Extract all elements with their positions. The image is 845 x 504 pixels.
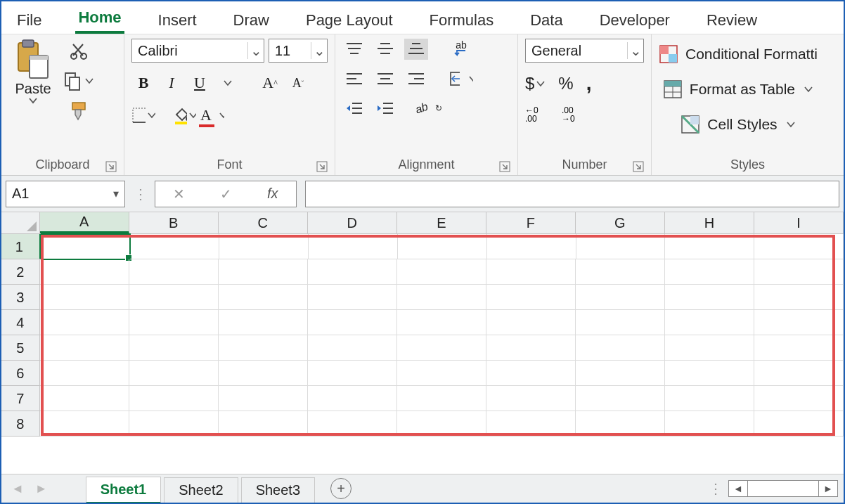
cell-B3[interactable] <box>129 285 219 310</box>
row-header-7[interactable]: 7 <box>1 386 40 411</box>
cell-B2[interactable] <box>129 259 219 285</box>
cell-H5[interactable] <box>665 335 754 361</box>
cell-B1[interactable] <box>130 234 219 259</box>
cell-E7[interactable] <box>397 386 486 411</box>
insert-function-button[interactable]: fx <box>249 186 296 202</box>
col-header-G[interactable]: G <box>576 212 665 233</box>
cell-F3[interactable] <box>486 285 576 310</box>
cell-A2[interactable] <box>40 259 129 285</box>
copy-button[interactable] <box>63 71 94 91</box>
cell-styles-button[interactable]: Cell Styles <box>659 109 818 140</box>
number-launcher[interactable] <box>633 161 644 172</box>
cell-H8[interactable] <box>665 411 754 437</box>
tab-formulas[interactable]: Formulas <box>427 6 497 34</box>
col-header-I[interactable]: I <box>754 212 844 233</box>
cell-B4[interactable] <box>129 310 219 335</box>
cell-D5[interactable] <box>308 335 397 361</box>
merge-center-button[interactable] <box>449 68 473 89</box>
wrap-text-button[interactable]: ab <box>449 39 473 60</box>
col-header-F[interactable]: F <box>486 212 576 233</box>
tab-home[interactable]: Home <box>75 3 124 34</box>
cell-A7[interactable] <box>40 386 129 411</box>
cell-I6[interactable] <box>754 361 844 386</box>
horizontal-scrollbar[interactable]: ⋮ ◄ ► <box>709 480 838 497</box>
increase-indent-button[interactable] <box>373 98 397 119</box>
cell-F8[interactable] <box>486 411 576 437</box>
align-left-button[interactable] <box>342 68 366 89</box>
row-header-4[interactable]: 4 <box>1 310 40 335</box>
comma-style-button[interactable]: , <box>586 72 592 95</box>
number-format-combo[interactable]: General ⌄ <box>525 39 644 63</box>
row-header-5[interactable]: 5 <box>1 335 40 361</box>
decrease-indent-button[interactable] <box>342 98 366 119</box>
enter-formula-button[interactable]: ✓ <box>202 186 250 202</box>
align-middle-button[interactable] <box>373 39 397 60</box>
scroll-left-button[interactable]: ◄ <box>728 480 748 497</box>
row-header-3[interactable]: 3 <box>1 285 40 310</box>
format-as-table-button[interactable]: Format as Table <box>659 74 818 105</box>
cell-H6[interactable] <box>665 361 754 386</box>
sheet-tab-2[interactable]: Sheet2 <box>164 477 238 503</box>
decrease-font-button[interactable]: Aˇ <box>286 71 310 95</box>
cell-C3[interactable] <box>219 285 308 310</box>
cell-D8[interactable] <box>308 411 397 437</box>
cancel-formula-button[interactable]: ✕ <box>155 186 202 202</box>
cell-F1[interactable] <box>487 234 576 259</box>
cell-H3[interactable] <box>665 285 754 310</box>
conditional-formatting-button[interactable]: Conditional Formatti <box>659 39 818 70</box>
clipboard-launcher[interactable] <box>105 161 117 172</box>
align-center-button[interactable] <box>373 68 397 89</box>
cell-D3[interactable] <box>308 285 397 310</box>
font-name-combo[interactable]: Calibri ⌄ <box>131 39 264 63</box>
tab-developer[interactable]: Developer <box>597 6 673 34</box>
borders-button[interactable] <box>131 103 155 127</box>
row-header-8[interactable]: 8 <box>1 411 40 437</box>
cell-D7[interactable] <box>308 386 397 411</box>
font-color-button[interactable]: A <box>200 103 224 127</box>
align-right-button[interactable] <box>404 68 428 89</box>
cell-I5[interactable] <box>754 335 844 361</box>
cell-C4[interactable] <box>219 310 308 335</box>
cell-A1[interactable] <box>41 234 131 259</box>
col-header-C[interactable]: C <box>219 212 308 233</box>
cell-G4[interactable] <box>576 310 665 335</box>
sheet-nav-next[interactable]: ► <box>31 482 52 496</box>
cell-F5[interactable] <box>486 335 576 361</box>
fill-color-button[interactable] <box>172 103 196 127</box>
cell-E1[interactable] <box>398 234 487 259</box>
cell-C1[interactable] <box>219 234 309 259</box>
row-header-6[interactable]: 6 <box>1 361 40 386</box>
row-header-2[interactable]: 2 <box>1 259 40 285</box>
cell-F6[interactable] <box>486 361 576 386</box>
cell-G5[interactable] <box>576 335 665 361</box>
cell-G1[interactable] <box>576 234 666 259</box>
cell-H1[interactable] <box>665 234 754 259</box>
col-header-D[interactable]: D <box>308 212 397 233</box>
cell-B5[interactable] <box>129 335 219 361</box>
cell-A6[interactable] <box>40 361 129 386</box>
cell-B8[interactable] <box>129 411 219 437</box>
cell-B7[interactable] <box>129 386 219 411</box>
align-bottom-button[interactable] <box>404 39 428 60</box>
alignment-launcher[interactable] <box>499 161 510 172</box>
italic-button[interactable]: I <box>160 71 183 95</box>
cell-G3[interactable] <box>576 285 665 310</box>
cell-C8[interactable] <box>219 411 308 437</box>
increase-font-button[interactable]: A^ <box>258 71 282 95</box>
cell-D4[interactable] <box>308 310 397 335</box>
cell-C6[interactable] <box>219 361 308 386</box>
cell-G8[interactable] <box>576 411 665 437</box>
decrease-decimal-button[interactable]: .00→0 <box>562 105 586 123</box>
format-painter-button[interactable] <box>63 101 94 122</box>
col-header-H[interactable]: H <box>665 212 754 233</box>
cell-F2[interactable] <box>486 259 576 285</box>
cell-A5[interactable] <box>40 335 129 361</box>
cell-E8[interactable] <box>397 411 486 437</box>
cell-I3[interactable] <box>754 285 844 310</box>
cell-G7[interactable] <box>576 386 665 411</box>
currency-button[interactable]: $ <box>525 74 546 93</box>
increase-decimal-button[interactable]: ←0.00 <box>525 105 549 123</box>
cell-B6[interactable] <box>129 361 219 386</box>
tab-draw[interactable]: Draw <box>231 6 272 34</box>
tab-review[interactable]: Review <box>704 6 760 34</box>
